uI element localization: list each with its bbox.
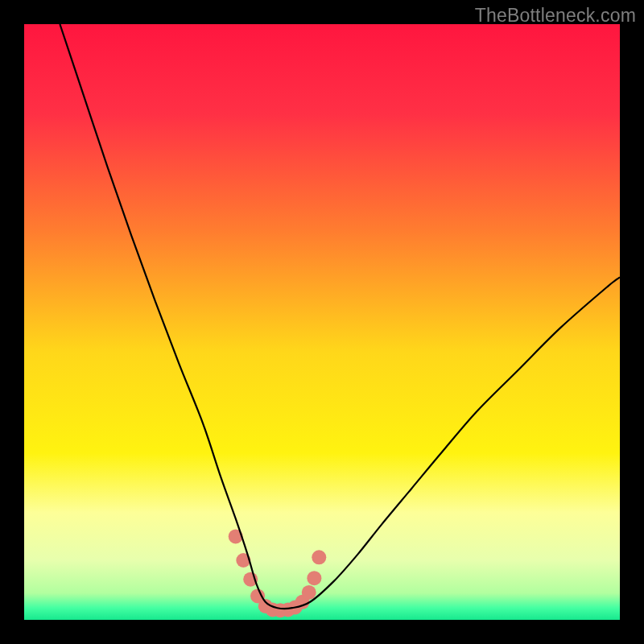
plot-area — [24, 24, 620, 620]
bottleneck-chart — [24, 24, 620, 620]
valley-marker-dot — [307, 571, 321, 585]
chart-frame: TheBottleneck.com — [0, 0, 644, 644]
watermark-text: TheBottleneck.com — [475, 5, 636, 27]
valley-marker-dot — [302, 585, 316, 600]
valley-marker-dot — [312, 550, 326, 564]
gradient-background — [24, 24, 620, 620]
